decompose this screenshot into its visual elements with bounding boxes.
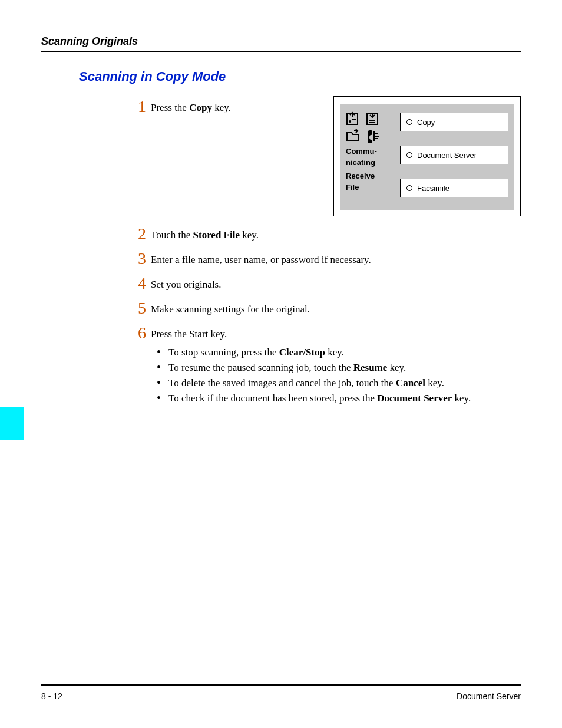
b3-post: key. xyxy=(425,377,444,388)
step-text-4: Set you originals. xyxy=(151,275,521,292)
step-number-1: 1 xyxy=(130,98,146,115)
step-text-6: Press the Start key. xyxy=(151,325,521,341)
figure-left-column: Commu- nicating Receive File xyxy=(346,111,392,202)
footer-rule xyxy=(41,684,521,686)
figure-status-communicating-1: Commu- xyxy=(346,147,392,156)
figure-icon-row-1 xyxy=(346,111,392,126)
radio-indicator-icon xyxy=(406,119,412,125)
b4-post: key. xyxy=(452,393,471,404)
b4-pre: To check if the document has been stored… xyxy=(168,393,377,404)
step-number-3: 3 xyxy=(130,251,146,267)
bullet-4: To check if the document has been stored… xyxy=(157,391,521,406)
step-number-6: 6 xyxy=(130,325,146,341)
chapter-name: Document Server xyxy=(457,691,521,701)
step-number-5: 5 xyxy=(130,300,146,317)
step-text-5: Make scanning settings for the original. xyxy=(151,300,521,317)
page-number: 8 - 12 xyxy=(41,691,62,701)
running-header: Scanning Originals xyxy=(41,35,521,51)
header-rule xyxy=(41,51,521,52)
figure-status-receive-2: File xyxy=(346,183,392,192)
step1-bold: Copy xyxy=(189,102,212,113)
step-text-1: Press the Copy key. xyxy=(151,98,333,115)
svg-point-1 xyxy=(349,120,351,123)
step2-bold: Stored File xyxy=(193,229,240,241)
step-text-3: Enter a file name, user name, or passwor… xyxy=(151,251,521,267)
figure-status-communicating-2: nicating xyxy=(346,158,392,167)
page-footer: 8 - 12 Document Server xyxy=(41,684,521,701)
step1-pre: Press the xyxy=(151,102,189,113)
step1-post: key. xyxy=(212,102,231,113)
figure-status-receive-1: Receive xyxy=(346,172,392,180)
folder-arrow-icon xyxy=(346,129,361,143)
svg-rect-2 xyxy=(352,119,356,120)
section-tab-marker xyxy=(0,407,24,440)
facsimile-mode-button[interactable]: Facsimile xyxy=(400,179,508,197)
content-area: 1 Press the Copy key. xyxy=(130,98,521,406)
step-number-2: 2 xyxy=(130,226,146,242)
step2-pre: Touch the xyxy=(151,229,193,241)
b2-pre: To resume the paused scanning job, touch… xyxy=(168,362,353,373)
control-panel-figure: Commu- nicating Receive File Copy Docume… xyxy=(333,96,521,216)
b3-pre: To delete the saved images and cancel th… xyxy=(168,377,396,388)
bullet-3: To delete the saved images and cancel th… xyxy=(157,375,521,391)
figure-icon-row-2 xyxy=(346,129,392,143)
figure-right-column: Copy Document Server Facsimile xyxy=(400,111,508,202)
svg-rect-5 xyxy=(369,122,375,123)
b2-post: key. xyxy=(387,362,406,373)
status-in-icon xyxy=(366,111,381,126)
step2-post: key. xyxy=(240,229,259,241)
b1-pre: To stop scanning, press the xyxy=(168,347,279,358)
b1-bold: Clear/Stop xyxy=(279,347,325,358)
svg-rect-4 xyxy=(369,120,375,121)
bullet-1: To stop scanning, press the Clear/Stop k… xyxy=(157,345,521,360)
bullet-2: To resume the paused scanning job, touch… xyxy=(157,360,521,375)
handset-icon xyxy=(366,129,381,143)
figure-inner: Commu- nicating Receive File Copy Docume… xyxy=(340,104,514,210)
step-text-2: Touch the Stored File key. xyxy=(151,226,521,242)
section-title: Scanning in Copy Mode xyxy=(79,69,521,84)
document-server-mode-button[interactable]: Document Server xyxy=(400,146,508,164)
b3-bold: Cancel xyxy=(396,377,425,388)
docserver-button-label: Document Server xyxy=(417,151,477,160)
b1-post: key. xyxy=(325,347,344,358)
radio-indicator-icon xyxy=(406,185,412,191)
copy-mode-button[interactable]: Copy xyxy=(400,113,508,131)
status-out-icon xyxy=(346,111,361,126)
copy-button-label: Copy xyxy=(417,118,435,127)
b2-bold: Resume xyxy=(353,362,388,373)
b4-bold: Document Server xyxy=(377,393,452,404)
radio-indicator-icon xyxy=(406,152,412,158)
fax-button-label: Facsimile xyxy=(417,184,449,193)
step6-bullet-list: To stop scanning, press the Clear/Stop k… xyxy=(157,345,521,406)
step-number-4: 4 xyxy=(130,275,146,292)
